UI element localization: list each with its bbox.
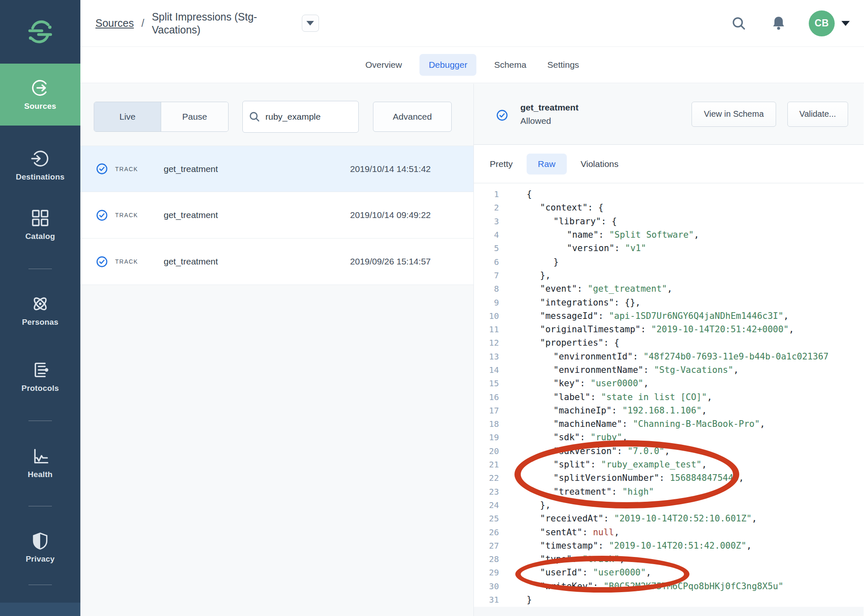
code-text: "library": { bbox=[527, 216, 617, 226]
code-text: }, bbox=[527, 500, 550, 510]
code-text: } bbox=[527, 595, 532, 605]
sidebar-item-personas[interactable]: Personas bbox=[0, 294, 80, 327]
view-tab-raw[interactable]: Raw bbox=[527, 154, 567, 175]
code-text: "version": "v1" bbox=[527, 243, 646, 253]
code-text: { bbox=[527, 189, 532, 199]
code-text: "timestamp": "2019-10-14T20:51:42.000Z", bbox=[527, 541, 752, 551]
advanced-button[interactable]: Advanced bbox=[373, 102, 452, 132]
sidebar-item-label: Sources bbox=[24, 102, 56, 111]
validate-button[interactable]: Validate... bbox=[787, 102, 848, 127]
view-tab-violations[interactable]: Violations bbox=[581, 159, 619, 169]
sidebar-item-privacy[interactable]: Privacy bbox=[0, 531, 80, 564]
event-detail-header: get_treatment Allowed View in Schema Val… bbox=[474, 84, 864, 145]
sidebar-divider bbox=[28, 269, 52, 269]
sidebar-item-label: Catalog bbox=[25, 232, 55, 241]
event-row[interactable]: TRACKget_treatment2019/09/26 15:14:57 bbox=[80, 239, 473, 285]
account-caret-down-icon[interactable] bbox=[841, 21, 850, 26]
code-line: 31} bbox=[474, 593, 864, 606]
sidebar-item-catalog[interactable]: Catalog bbox=[0, 208, 80, 241]
line-number: 24 bbox=[474, 500, 499, 510]
breadcrumb-sources-link[interactable]: Sources bbox=[95, 17, 134, 29]
code-text: "receivedAt": "2019-10-14T20:52:10.601Z"… bbox=[527, 513, 757, 524]
code-text: }, bbox=[527, 270, 550, 280]
line-number: 31 bbox=[474, 595, 499, 605]
code-text: } bbox=[527, 257, 559, 267]
search-icon bbox=[249, 111, 260, 123]
segment-logo[interactable] bbox=[0, 0, 80, 64]
code-line: 16"label": "state in list [CO]", bbox=[474, 390, 864, 403]
line-number: 3 bbox=[474, 216, 499, 226]
event-search-input[interactable] bbox=[265, 112, 345, 122]
code-text: "splitVersionNumber": 1568848475448, bbox=[527, 473, 744, 483]
line-number: 11 bbox=[474, 324, 499, 334]
sidebar-item-protocols[interactable]: Protocols bbox=[0, 360, 80, 393]
event-row[interactable]: TRACKget_treatment2019/10/14 09:49:22 bbox=[80, 192, 473, 239]
pause-button[interactable]: Pause bbox=[161, 102, 228, 131]
event-name: get_treatment bbox=[164, 257, 218, 267]
sidebar: SourcesDestinationsCatalogPersonasProtoc… bbox=[0, 0, 80, 616]
bell-icon[interactable] bbox=[770, 15, 787, 32]
code-text: "label": "state in list [CO]", bbox=[527, 392, 712, 402]
event-timestamp: 2019/10/14 14:51:42 bbox=[350, 164, 431, 174]
code-line: 20"sdkVersion": "7.0.0", bbox=[474, 444, 864, 458]
line-number: 28 bbox=[474, 554, 499, 564]
tab-overview[interactable]: Overview bbox=[362, 54, 406, 76]
sidebar-item-health[interactable]: Health bbox=[0, 447, 80, 479]
privacy-icon bbox=[31, 531, 50, 550]
chevron-down-icon bbox=[306, 21, 314, 26]
line-number: 22 bbox=[474, 473, 499, 483]
raw-json-panel: 1{2"context": {3"library": {4"name": "Sp… bbox=[474, 183, 864, 616]
sidebar-footer-strip bbox=[0, 603, 80, 616]
code-line: 24}, bbox=[474, 498, 864, 512]
sidebar-divider bbox=[28, 506, 52, 506]
code-line: 4"name": "Split Software", bbox=[474, 228, 864, 241]
catalog-icon bbox=[31, 208, 50, 228]
code-line: 2"context": { bbox=[474, 201, 864, 214]
event-type: TRACK bbox=[115, 166, 147, 172]
tab-settings[interactable]: Settings bbox=[544, 54, 582, 76]
search-icon[interactable] bbox=[731, 15, 747, 31]
line-number: 6 bbox=[474, 257, 499, 267]
source-selector-dropdown[interactable] bbox=[302, 15, 319, 32]
code-text: "originalTimestamp": "2019-10-14T20:51:4… bbox=[527, 324, 794, 334]
line-number: 16 bbox=[474, 392, 499, 402]
code-text: "split": "ruby_example_test", bbox=[527, 459, 707, 470]
code-line: 23"treatment": "high" bbox=[474, 485, 864, 498]
breadcrumb-separator: / bbox=[141, 17, 144, 29]
line-number: 17 bbox=[474, 406, 499, 416]
horizontal-scrollbar[interactable] bbox=[474, 607, 864, 616]
sidebar-item-destinations[interactable]: Destinations bbox=[0, 149, 80, 182]
view-tab-pretty[interactable]: Pretty bbox=[490, 159, 513, 169]
code-text: "messageId": "api-1SD7Ur6NGY6Q4jaNDhEm14… bbox=[527, 311, 789, 321]
event-row[interactable]: TRACKget_treatment2019/10/14 14:51:42 bbox=[80, 146, 473, 192]
sidebar-item-label: Personas bbox=[22, 318, 58, 327]
code-lines: 1{2"context": {3"library": {4"name": "Sp… bbox=[474, 187, 864, 606]
code-text: "writeKey": "B0C52M2K75TM6CPqo8bHKj0fC3n… bbox=[527, 581, 784, 591]
code-text: "userId": "user0000", bbox=[527, 567, 651, 578]
avatar[interactable]: CB bbox=[809, 10, 835, 36]
line-number: 7 bbox=[474, 270, 499, 280]
line-number: 15 bbox=[474, 378, 499, 388]
segment-app: SourcesDestinationsCatalogPersonasProtoc… bbox=[0, 0, 864, 616]
live-pause-toggle: Live Pause bbox=[94, 102, 229, 132]
sidebar-divider bbox=[28, 585, 52, 585]
line-number: 23 bbox=[474, 487, 499, 497]
debugger-controls: Live Pause Advanced bbox=[94, 101, 473, 133]
sidebar-item-label: Privacy bbox=[26, 554, 54, 564]
code-line: 13"environmentId": "48f274b0-7693-11e9-b… bbox=[474, 350, 864, 363]
event-timestamp: 2019/09/26 15:14:57 bbox=[350, 257, 431, 267]
code-text: "machineName": "Channing-B-MacBook-Pro", bbox=[527, 419, 765, 429]
sidebar-item-sources[interactable]: Sources bbox=[0, 64, 80, 126]
view-in-schema-button[interactable]: View in Schema bbox=[692, 102, 776, 127]
code-line: 11"originalTimestamp": "2019-10-14T20:51… bbox=[474, 323, 864, 336]
line-number: 29 bbox=[474, 567, 499, 578]
event-status: Allowed bbox=[520, 116, 579, 126]
page-title: Split Impressions (Stg-Vacations) bbox=[152, 10, 278, 36]
live-button[interactable]: Live bbox=[94, 102, 161, 131]
code-line: 21"split": "ruby_example_test", bbox=[474, 458, 864, 471]
tab-debugger[interactable]: Debugger bbox=[419, 54, 476, 76]
tab-schema[interactable]: Schema bbox=[491, 54, 530, 76]
content: Live Pause Advanced TRACKget_treatment20… bbox=[80, 84, 864, 616]
code-line: 25"receivedAt": "2019-10-14T20:52:10.601… bbox=[474, 512, 864, 525]
event-status-check-icon bbox=[96, 256, 108, 267]
